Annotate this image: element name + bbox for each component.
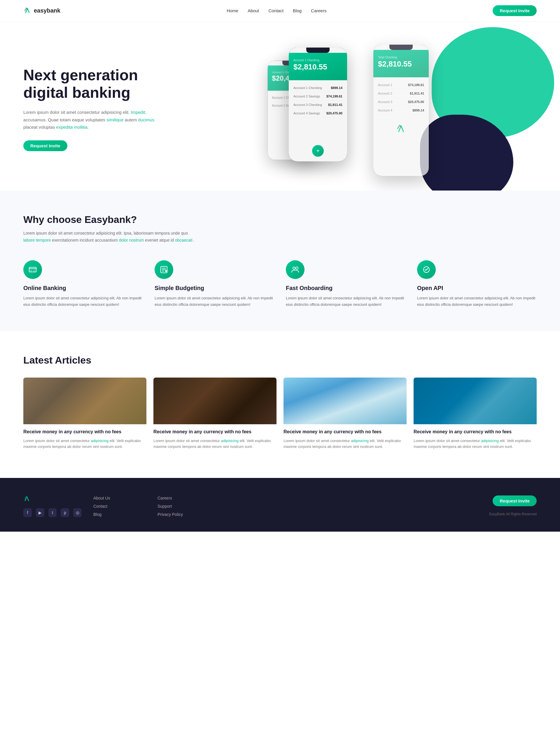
- footer-link-blog[interactable]: Blog: [93, 512, 102, 517]
- footer-col-brand: f ▶ t p ◎: [23, 495, 82, 517]
- svg-point-4: [296, 267, 298, 269]
- hero-link-1[interactable]: Impedit,: [131, 110, 146, 115]
- feature-title-2: Simple Budgeting: [155, 285, 274, 292]
- svg-point-2: [165, 270, 167, 272]
- account-row: Account 3 Checking$1,911.41: [294, 101, 342, 109]
- onboarding-icon: [286, 260, 304, 279]
- article-body-3: Receive money in any currency with no fe…: [283, 424, 407, 455]
- article-title-2: Receive money in any currency with no fe…: [153, 429, 277, 435]
- footer-copyright: EasyBank.All Rights Reserved: [489, 512, 537, 516]
- article-link-4[interactable]: adipisicing: [481, 438, 499, 443]
- article-card-3: Receive money in any currency with no fe…: [283, 378, 407, 455]
- feature-fast-onboarding: Fast Onboarding Lorem ipsum dolor sit am…: [286, 260, 405, 308]
- hero-heading: Next generation digital banking: [23, 66, 157, 102]
- phone-accounts-main: Account 1 Checking$899.14 Account 2 Savi…: [289, 80, 347, 121]
- why-section: Why choose Easybank? Lorem ipsum dolor s…: [0, 191, 560, 331]
- hero-link-2[interactable]: similique: [106, 117, 123, 122]
- api-icon: [417, 260, 436, 279]
- article-desc-1: Lorem ipsum dolor sit amet consectetur a…: [23, 438, 146, 450]
- footer-link-careers[interactable]: Careers: [157, 496, 172, 500]
- article-body-4: Receive money in any currency with no fe…: [414, 424, 537, 455]
- feature-open-api: Open API Lorem ipsum dolor sit amet cons…: [417, 260, 537, 308]
- logo-icon: [23, 7, 31, 15]
- facebook-icon[interactable]: f: [23, 508, 32, 517]
- article-image-3: [283, 378, 407, 424]
- article-card-1: Receive money in any currency with no fe…: [23, 378, 146, 455]
- account-row: Account 3$20,475.00: [378, 98, 424, 106]
- hero-link-4[interactable]: expedita mollitia.: [56, 125, 89, 130]
- footer-link-support[interactable]: Support: [157, 504, 172, 509]
- hero-invite-button[interactable]: Request Invite: [23, 140, 67, 151]
- svg-point-3: [293, 267, 295, 269]
- youtube-icon[interactable]: ▶: [36, 508, 44, 517]
- online-banking-icon: [23, 260, 42, 279]
- account-row: Account 2$1,911.41: [378, 89, 424, 98]
- article-card-2: Receive money in any currency with no fe…: [153, 378, 277, 455]
- account-row: Account 4$899.14: [378, 106, 424, 115]
- footer: f ▶ t p ◎ About Us Contact Blog Careers …: [0, 478, 560, 532]
- budgeting-icon: [155, 260, 173, 279]
- article-desc-2: Lorem ipsum dolor sit amet consectetur a…: [153, 438, 277, 450]
- phones-container: Account 1 Checking $20,475.00 Account 1 …: [265, 39, 429, 179]
- feature-title-3: Fast Onboarding: [286, 285, 405, 292]
- footer-col-cta: Request Invite EasyBank.All Rights Reser…: [228, 495, 537, 516]
- footer-link-about[interactable]: About Us: [93, 496, 110, 500]
- logo[interactable]: easybank: [23, 7, 60, 15]
- why-link-1[interactable]: labore tempore: [23, 238, 51, 242]
- hero-link-3[interactable]: ducimus: [138, 117, 155, 122]
- nav-contact[interactable]: Contact: [268, 8, 283, 13]
- why-link-2[interactable]: dolor nostrum: [119, 238, 144, 242]
- phone-main: Account 1 Checking $2,810.55 Account 1 C…: [289, 47, 347, 162]
- phone-header-right: Total Checking $2,810.55: [373, 50, 429, 77]
- article-link-3[interactable]: adipisicing: [351, 438, 369, 443]
- nav-invite-button[interactable]: Request Invite: [493, 5, 537, 16]
- articles-heading: Latest Articles: [23, 355, 537, 366]
- feature-title-4: Open API: [417, 285, 537, 292]
- article-title-3: Receive money in any currency with no fe…: [283, 429, 407, 435]
- hero-body: Lorem ipsum dolor sit amet consectetur a…: [23, 109, 157, 131]
- article-link-1[interactable]: adipisicing: [91, 438, 108, 443]
- account-row: Account 1 Checking$899.14: [294, 84, 342, 92]
- article-title-1: Receive money in any currency with no fe…: [23, 429, 146, 435]
- feature-simple-budgeting: Simple Budgeting Lorem ipsum dolor sit a…: [155, 260, 274, 308]
- instagram-icon[interactable]: ◎: [73, 508, 82, 517]
- logo-text: easybank: [34, 7, 60, 14]
- article-link-2[interactable]: adipisicing: [221, 438, 239, 443]
- article-body-2: Receive money in any currency with no fe…: [153, 424, 277, 455]
- nav-about[interactable]: About: [247, 8, 259, 13]
- account-row: Account 2 Savings$74,199.61: [294, 92, 342, 101]
- nav-home[interactable]: Home: [227, 8, 238, 13]
- footer-col-links2: Careers Support Privacy Policy: [157, 495, 216, 520]
- footer-link-contact[interactable]: Contact: [93, 504, 107, 509]
- articles-section: Latest Articles Receive money in any cur…: [0, 331, 560, 478]
- phone-notch-right: [389, 45, 413, 50]
- nav-careers[interactable]: Careers: [311, 8, 326, 13]
- account-row: Account 1$74,199.61: [378, 81, 424, 89]
- nav-blog[interactable]: Blog: [293, 8, 302, 13]
- twitter-icon[interactable]: t: [48, 508, 57, 517]
- phone-screen-main: Account 1 Checking $2,810.55 Account 1 C…: [289, 47, 347, 162]
- hero-section: Next generation digital banking Lorem ip…: [0, 21, 560, 191]
- footer-link-privacy[interactable]: Privacy Policy: [157, 512, 183, 517]
- phone-header-main: Account 1 Checking $2,810.55: [289, 53, 347, 80]
- pinterest-icon[interactable]: p: [61, 508, 69, 517]
- hero-content: Next generation digital banking Lorem ip…: [23, 66, 157, 151]
- nav-links: Home About Contact Blog Careers: [227, 8, 326, 14]
- phone-accounts-right: Account 1$74,199.61 Account 2$1,911.41 A…: [373, 77, 429, 118]
- footer-invite-button[interactable]: Request Invite: [493, 495, 537, 506]
- feature-title-1: Online Banking: [23, 285, 143, 292]
- navbar: easybank Home About Contact Blog Careers…: [0, 0, 560, 21]
- add-fab[interactable]: +: [312, 145, 324, 157]
- why-link-3[interactable]: obcaecati: [175, 238, 193, 242]
- footer-col-links1: About Us Contact Blog: [93, 495, 146, 520]
- article-title-4: Receive money in any currency with no fe…: [414, 429, 537, 435]
- account-row: Account 4 Savings$20,475.00: [294, 109, 342, 117]
- footer-grid: f ▶ t p ◎ About Us Contact Blog Careers …: [23, 495, 537, 520]
- feature-desc-4: Lorem ipsum dolor sit amet consectetur a…: [417, 295, 537, 308]
- footer-logo: [23, 495, 82, 502]
- svg-point-6: [426, 269, 427, 271]
- phone-notch-main: [306, 47, 329, 53]
- article-card-4: Receive money in any currency with no fe…: [414, 378, 537, 455]
- article-desc-4: Lorem ipsum dolor sit amet consectetur a…: [414, 438, 537, 450]
- why-subtitle: Lorem ipsum dolor sit amet consectetur a…: [23, 230, 198, 244]
